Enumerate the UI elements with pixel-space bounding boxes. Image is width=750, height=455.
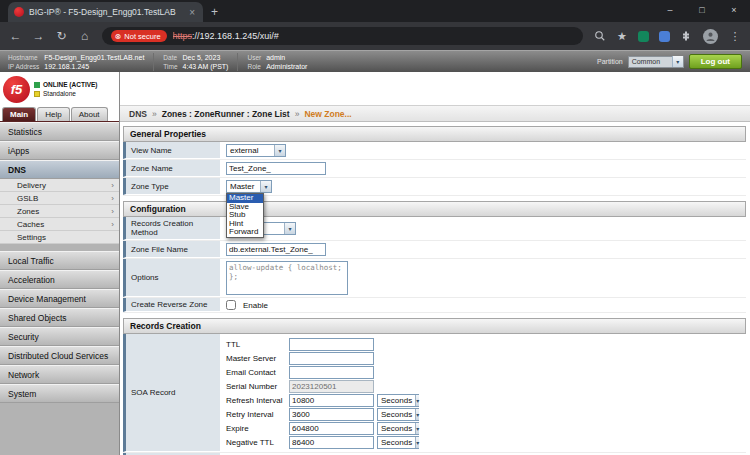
sidebar-item-iapps[interactable]: iApps [0, 141, 119, 160]
online-status: ONLINE (ACTIVE) [34, 80, 98, 89]
extension-icon[interactable] [659, 31, 670, 42]
sidebar-item-acceleration[interactable]: Acceleration [0, 270, 119, 289]
time-label: Time [163, 62, 177, 71]
sidebar-item-settings[interactable]: Settings [0, 231, 119, 244]
sidebar-item-statistics[interactable]: Statistics [0, 122, 119, 141]
chevron-right-icon: › [111, 181, 114, 190]
sidebar-item-device-management[interactable]: Device Management [0, 289, 119, 308]
browser-window: BIG-IP® - F5-Design_Engg01.TestLAB × + –… [0, 0, 750, 455]
maximize-button[interactable]: □ [686, 0, 718, 20]
form-row: Zone File Name [123, 241, 746, 259]
minimize-button[interactable]: – [654, 0, 686, 20]
breadcrumb-section: DNS [129, 109, 147, 119]
negative-ttl-label: Negative TTL [226, 438, 286, 447]
bookmark-star-icon[interactable]: ★ [613, 30, 631, 43]
date-label: Date [163, 53, 177, 62]
reload-icon[interactable]: ↻ [52, 29, 71, 43]
sidebar-item-security[interactable]: Security [0, 327, 119, 346]
serial-number-label: Serial Number [226, 382, 286, 391]
app-body: f5 ONLINE (ACTIVE) Standalone Main Help … [0, 72, 750, 455]
soa-ttl-label: TTL [226, 340, 286, 349]
tab-help[interactable]: Help [37, 107, 69, 121]
form-row: Create Reverse Zone Enable [123, 298, 746, 313]
chevron-down-icon: ▾ [274, 145, 285, 156]
profile-avatar[interactable] [703, 29, 718, 44]
sidebar-item-gslb[interactable]: GSLB› [0, 192, 119, 205]
section-header-records-creation: Records Creation [123, 318, 746, 334]
options-textarea[interactable]: allow-update { localhost; }; [226, 261, 348, 295]
device-status-area: f5 ONLINE (ACTIVE) Standalone [0, 72, 119, 106]
email-contact-input[interactable] [289, 366, 374, 379]
logout-button[interactable]: Log out [689, 54, 742, 69]
user-value: admin [266, 53, 307, 62]
create-reverse-zone-checkbox[interactable] [226, 300, 236, 310]
master-server-input[interactable] [289, 352, 374, 365]
expire-input[interactable] [289, 422, 374, 435]
negative-ttl-input[interactable] [289, 436, 374, 449]
role-value: Administrator [266, 62, 307, 71]
sidebar-item-local-traffic[interactable]: Local Traffic [0, 251, 119, 270]
zone-type-select[interactable]: Master ▾ [226, 180, 272, 193]
sidebar-item-dns[interactable]: DNS [0, 160, 119, 179]
chevron-right-icon: › [111, 194, 114, 203]
hostname-block: Hostname F5-Design_Engg01.TestLAB.net IP… [8, 53, 153, 71]
view-name-select[interactable]: external ▾ [226, 144, 286, 157]
partition-select[interactable]: Common ▾ [628, 56, 684, 68]
home-icon[interactable]: ⌂ [75, 29, 94, 43]
sidebar-item-zones[interactable]: Zones› [0, 205, 119, 218]
negative-ttl-unit-select[interactable]: Seconds▾ [377, 436, 419, 449]
chevron-down-icon: ▾ [415, 423, 419, 434]
browser-navbar: ← → ↻ ⌂ ⊗Not secure https://192.168.1.24… [0, 22, 750, 50]
section-header-configuration: Configuration [123, 201, 746, 217]
sidebar-item-shared-objects[interactable]: Shared Objects [0, 308, 119, 327]
chevron-right-icon: › [111, 220, 114, 229]
refresh-interval-unit-select[interactable]: Seconds▾ [377, 394, 419, 407]
extension-icon[interactable] [638, 31, 649, 42]
tab-close-icon[interactable]: × [187, 7, 197, 18]
tab-about[interactable]: About [71, 107, 108, 121]
zone-file-name-input[interactable] [226, 243, 326, 256]
ip-label: IP Address [8, 62, 39, 71]
retry-interval-unit-select[interactable]: Seconds▾ [377, 408, 419, 421]
url-rest: ://192.168.1.245/xui/# [192, 31, 279, 41]
user-block: User admin Role Administrator [237, 53, 316, 71]
email-contact-label: Email Contact [226, 368, 286, 377]
serial-number-input [289, 380, 374, 393]
not-secure-badge[interactable]: ⊗Not secure [111, 30, 167, 42]
expire-unit-select[interactable]: Seconds▾ [377, 422, 419, 435]
retry-interval-input[interactable] [289, 408, 374, 421]
breadcrumb-path-link[interactable]: Zones : ZoneRunner : Zone List [162, 109, 290, 119]
browser-menu-icon[interactable]: ⋮ [726, 30, 744, 43]
dropdown-option-forward[interactable]: Forward [227, 228, 263, 237]
hostname-value: F5-Design_Engg01.TestLAB.net [44, 53, 144, 62]
back-icon[interactable]: ← [6, 29, 25, 43]
sidebar: f5 ONLINE (ACTIVE) Standalone Main Help … [0, 72, 120, 455]
f5-logo: f5 [3, 76, 30, 103]
date-value: Dec 5, 2023 [183, 53, 229, 62]
user-label: User [247, 53, 261, 62]
retry-interval-label: Retry Interval [226, 410, 286, 419]
sidebar-item-delivery[interactable]: Delivery› [0, 179, 119, 192]
search-icon[interactable] [591, 30, 609, 42]
forward-icon[interactable]: → [29, 29, 48, 43]
address-bar[interactable]: ⊗Not secure https://192.168.1.245/xui/# [102, 27, 583, 45]
close-button[interactable]: × [718, 0, 750, 20]
form-row: View Name external ▾ [123, 142, 746, 160]
extensions-puzzle-icon[interactable] [677, 30, 695, 42]
new-tab-button[interactable]: + [211, 5, 218, 19]
browser-tab[interactable]: BIG-IP® - F5-Design_Engg01.TestLAB × [8, 2, 203, 22]
soa-ttl-input[interactable] [289, 338, 374, 351]
tab-title: BIG-IP® - F5-Design_Engg01.TestLAB [29, 7, 182, 17]
sidebar-item-distributed-cloud-services[interactable]: Distributed Cloud Services [0, 346, 119, 365]
section-header-general-properties: General Properties [123, 126, 746, 142]
tab-main[interactable]: Main [2, 107, 36, 121]
zone-name-input[interactable] [226, 162, 326, 175]
sidebar-item-system[interactable]: System [0, 384, 119, 403]
refresh-interval-input[interactable] [289, 394, 374, 407]
standalone-status-icon [34, 91, 40, 97]
view-name-label: View Name [123, 142, 220, 159]
sidebar-item-network[interactable]: Network [0, 365, 119, 384]
form-content: General Properties View Name external ▾ … [120, 122, 750, 455]
form-row: Zone Name [123, 160, 746, 178]
sidebar-item-caches[interactable]: Caches› [0, 218, 119, 231]
